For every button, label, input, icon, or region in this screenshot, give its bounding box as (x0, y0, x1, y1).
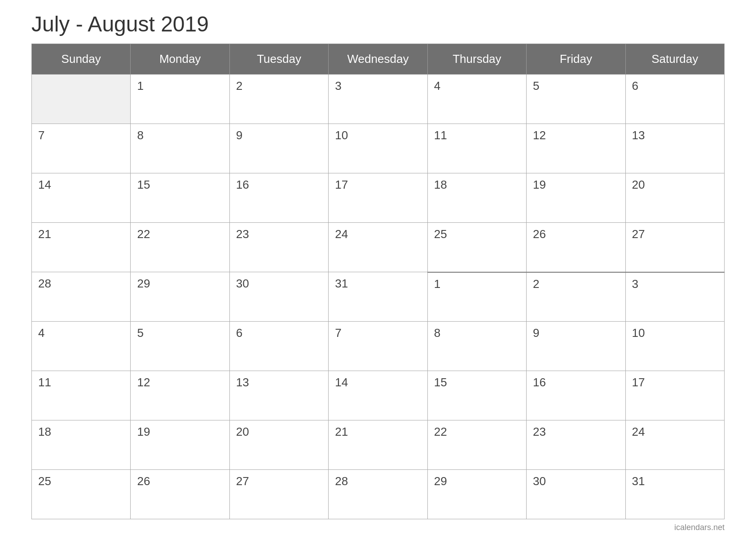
calendar-row: 45678910 (32, 322, 725, 371)
day-header-thursday: Thursday (427, 44, 526, 75)
calendar-cell: 4 (427, 75, 526, 124)
watermark: icalendars.net (31, 523, 725, 532)
calendar-cell: 6 (229, 322, 328, 371)
day-header-friday: Friday (527, 44, 625, 75)
calendar-cell: 11 (427, 124, 526, 173)
calendar-cell: 24 (329, 223, 427, 272)
calendar-cell: 12 (131, 371, 229, 420)
calendar-cell: 15 (427, 371, 526, 420)
calendar-cell: 3 (625, 272, 724, 322)
calendar-row: 18192021222324 (32, 420, 725, 470)
calendar-cell: 17 (329, 173, 427, 223)
calendar-cell: 31 (625, 470, 724, 519)
calendar-cell: 2 (229, 75, 328, 124)
calendar-cell: 13 (229, 371, 328, 420)
calendar-cell: 17 (625, 371, 724, 420)
calendar-cell: 9 (527, 322, 625, 371)
calendar-cell: 21 (329, 420, 427, 470)
calendar-cell: 19 (527, 173, 625, 223)
calendar-cell: 25 (427, 223, 526, 272)
calendar-cell: 18 (427, 173, 526, 223)
page-container: July - August 2019 SundayMondayTuesdayWe… (22, 0, 734, 535)
calendar-row: 25262728293031 (32, 470, 725, 519)
calendar-cell: 30 (229, 272, 328, 322)
calendar-row: 28293031123 (32, 272, 725, 322)
calendar-cell: 23 (229, 223, 328, 272)
calendar-cell: 14 (329, 371, 427, 420)
calendar-cell: 7 (329, 322, 427, 371)
calendar-row: 14151617181920 (32, 173, 725, 223)
day-header-saturday: Saturday (625, 44, 724, 75)
calendar-cell: 11 (32, 371, 131, 420)
calendar-cell: 26 (527, 223, 625, 272)
calendar-cell: 2 (527, 272, 625, 322)
calendar-cell: 23 (527, 420, 625, 470)
calendar-row: 11121314151617 (32, 371, 725, 420)
calendar-row: 21222324252627 (32, 223, 725, 272)
calendar-cell: 5 (131, 322, 229, 371)
day-header-tuesday: Tuesday (229, 44, 328, 75)
calendar-cell: 6 (625, 75, 724, 124)
calendar-cell: 29 (427, 470, 526, 519)
calendar-title: July - August 2019 (31, 12, 725, 36)
calendar-cell: 16 (229, 173, 328, 223)
calendar-cell: 25 (32, 470, 131, 519)
calendar-cell: 15 (131, 173, 229, 223)
days-header-row: SundayMondayTuesdayWednesdayThursdayFrid… (32, 44, 725, 75)
calendar-cell: 14 (32, 173, 131, 223)
calendar-cell: 5 (527, 75, 625, 124)
calendar-cell: 20 (229, 420, 328, 470)
calendar-cell: 27 (625, 223, 724, 272)
calendar-cell: 7 (32, 124, 131, 173)
day-header-wednesday: Wednesday (329, 44, 427, 75)
calendar-row: 78910111213 (32, 124, 725, 173)
calendar-cell: 21 (32, 223, 131, 272)
calendar-cell: 8 (427, 322, 526, 371)
calendar-cell: 10 (625, 322, 724, 371)
calendar-table: SundayMondayTuesdayWednesdayThursdayFrid… (31, 44, 725, 519)
calendar-cell (32, 75, 131, 124)
calendar-cell: 26 (131, 470, 229, 519)
calendar-cell: 28 (329, 470, 427, 519)
calendar-cell: 27 (229, 470, 328, 519)
calendar-cell: 9 (229, 124, 328, 173)
calendar-cell: 20 (625, 173, 724, 223)
calendar-cell: 12 (527, 124, 625, 173)
calendar-row: 123456 (32, 75, 725, 124)
day-header-sunday: Sunday (32, 44, 131, 75)
calendar-cell: 31 (329, 272, 427, 322)
calendar-cell: 8 (131, 124, 229, 173)
calendar-cell: 28 (32, 272, 131, 322)
calendar-cell: 13 (625, 124, 724, 173)
calendar-cell: 30 (527, 470, 625, 519)
calendar-cell: 22 (131, 223, 229, 272)
calendar-cell: 22 (427, 420, 526, 470)
calendar-cell: 29 (131, 272, 229, 322)
day-header-monday: Monday (131, 44, 229, 75)
calendar-cell: 1 (131, 75, 229, 124)
calendar-cell: 10 (329, 124, 427, 173)
calendar-cell: 18 (32, 420, 131, 470)
calendar-cell: 1 (427, 272, 526, 322)
calendar-cell: 16 (527, 371, 625, 420)
calendar-cell: 24 (625, 420, 724, 470)
calendar-cell: 3 (329, 75, 427, 124)
calendar-cell: 4 (32, 322, 131, 371)
calendar-cell: 19 (131, 420, 229, 470)
